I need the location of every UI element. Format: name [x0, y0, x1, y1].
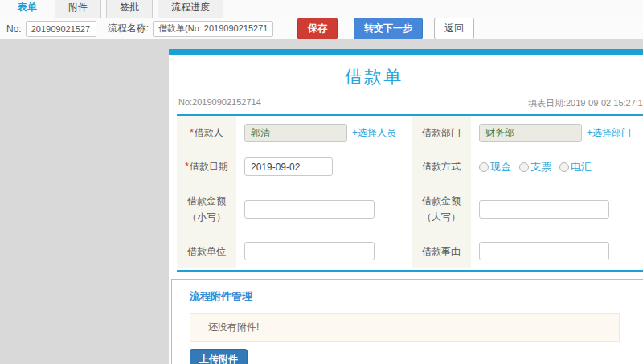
radio-cheque[interactable]: 支票: [519, 160, 551, 174]
back-button[interactable]: 返回: [434, 18, 474, 39]
radio-circle-icon: [479, 162, 489, 172]
tab-bar: 表单 附件 签批 流程进度: [0, 0, 643, 18]
borrower-input[interactable]: [244, 124, 347, 142]
save-button[interactable]: 保存: [297, 18, 338, 39]
fill-date: 填表日期:2019-09-02 15:27:1: [528, 97, 643, 109]
loan-unit-label: 借款单位: [177, 235, 236, 268]
radio-circle-icon: [519, 162, 529, 172]
loan-form-panel: 借款单 No:20190902152714 填表日期:2019-09-02 15…: [169, 49, 643, 364]
attachments-heading: 流程附件管理: [190, 289, 628, 304]
tab-form[interactable]: 表单: [5, 0, 50, 18]
tab-attachments[interactable]: 附件: [55, 0, 101, 18]
loan-date-label: *借款日期: [177, 149, 236, 183]
required-asterisk: *: [190, 127, 194, 138]
radio-cash[interactable]: 现金: [479, 160, 511, 174]
dept-label: 借款部门: [412, 116, 471, 149]
amount-lowercase-input[interactable]: [244, 200, 375, 219]
select-person-link[interactable]: +选择人员: [352, 126, 396, 140]
no-attachments-alert: 还没有附件!: [190, 313, 620, 342]
doc-number: No:20190902152714: [178, 97, 261, 109]
process-name-input[interactable]: [153, 21, 273, 37]
process-name-label: 流程名称:: [108, 22, 149, 35]
dept-input[interactable]: [479, 124, 582, 142]
radio-wire-transfer[interactable]: 电汇: [559, 160, 592, 174]
amount-lowercase-label: 借款金额（小写）: [177, 184, 236, 235]
required-asterisk: *: [185, 161, 189, 172]
amount-uppercase-input[interactable]: [479, 200, 609, 219]
radio-circle-icon: [559, 162, 569, 172]
toolbar: No: 流程名称: 保存 转交下一步 返回: [0, 18, 643, 39]
no-label: No:: [6, 23, 22, 35]
loan-method-label: 借款方式: [412, 149, 471, 183]
no-input[interactable]: [26, 21, 96, 37]
loan-unit-input[interactable]: [244, 242, 375, 260]
form-header: 借款单 No:20190902152714 填表日期:2019-09-02 15…: [169, 55, 643, 112]
borrower-label: *借款人: [177, 116, 236, 149]
loan-form-grid: *借款人 +选择人员 借款部门 +选择部门 *借款日期 借款方式 现金: [177, 116, 643, 268]
loan-reason-label: 借款事由: [412, 235, 471, 268]
attachments-section: 流程附件管理 还没有附件! 上传附件: [171, 279, 643, 364]
upload-attachment-button[interactable]: 上传附件: [190, 349, 248, 364]
amount-uppercase-label: 借款金额（大写）: [412, 184, 471, 235]
select-dept-link[interactable]: +选择部门: [587, 126, 631, 140]
loan-reason-input[interactable]: [479, 242, 609, 260]
tab-approval[interactable]: 签批: [106, 0, 153, 18]
form-bottom-divider: [177, 270, 643, 272]
loan-date-input[interactable]: [244, 157, 333, 176]
page-title: 借款单: [177, 60, 643, 89]
workspace: 借款单 No:20190902152714 填表日期:2019-09-02 15…: [0, 39, 643, 364]
tab-process-progress[interactable]: 流程进度: [158, 0, 223, 18]
panel-top-accent-bar: [169, 49, 643, 55]
forward-next-step-button[interactable]: 转交下一步: [354, 18, 423, 39]
